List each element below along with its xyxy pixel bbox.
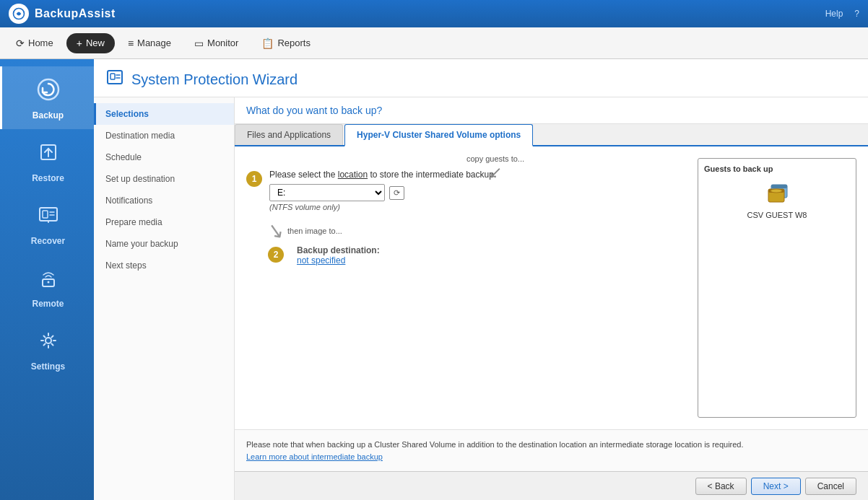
location-row: E: ⟳ [269,184,683,201]
step-notifications[interactable]: Notifications [94,190,234,211]
svg-point-11 [45,338,51,343]
down-arrow-icon: ↙ [266,217,286,243]
top-bar-right: Help ? [825,9,859,19]
backup-dest-label: Backup destination: [297,245,683,255]
guests-panel: Guests to back up [698,158,856,418]
sidebar: Backup Restore [0,59,94,500]
ntfs-note: (NTFS volume only) [269,203,683,211]
nav-bar: ⟳ Home + New ≡ Manage ▭ Monitor 📋 Report… [0,27,868,59]
wizard-header: System Protection Wizard [94,59,868,97]
step-name-your-backup[interactable]: Name your backup [94,233,234,255]
step-arrow-area: ↙ then image to... [268,219,683,242]
svg-rect-17 [771,185,787,188]
manage-icon: ≡ [128,38,134,49]
backup-dest-value-area: not specified [297,255,683,266]
svg-point-10 [47,281,49,284]
nav-monitor[interactable]: ▭ Monitor [184,33,248,53]
svg-point-20 [771,189,782,193]
step-destination-media[interactable]: Destination media [94,125,234,146]
sidebar-restore-label: Restore [32,173,64,183]
nav-monitor-label: Monitor [207,38,238,48]
tab-content: copy guests to... ↙ 1 Please select the … [235,146,868,429]
step1-block: 1 Please select the location to store th… [246,170,683,211]
nav-home-label: Home [28,38,53,48]
sidebar-item-restore[interactable]: Restore [0,129,94,192]
tab-files-apps[interactable]: Files and Applications [235,124,343,145]
nav-reports-label: Reports [277,38,311,48]
refresh-button[interactable]: ⟳ [389,186,404,200]
wizard-icon [105,68,124,91]
top-bar: BackupAssist Help ? [0,0,868,27]
monitor-icon: ▭ [194,38,204,49]
guest-icon [763,179,791,208]
content-area: System Protection Wizard Selections Dest… [94,59,868,500]
svg-rect-5 [43,211,48,218]
main-layout: Backup Restore [0,59,868,500]
steps-panel: Selections Destination media Schedule Se… [94,97,235,500]
question-bar: What do you want to back up? [235,97,868,124]
help-link[interactable]: Help [825,9,843,19]
step-schedule[interactable]: Schedule [94,146,234,168]
sidebar-item-remote[interactable]: Remote [0,255,94,317]
copy-arrow-icon: ↙ [489,163,502,182]
step-prepare-media[interactable]: Prepare media [94,211,234,233]
copy-guests-text: copy guests to... [466,154,524,163]
sidebar-backup-label: Backup [32,110,64,120]
then-image-label: then image to... [287,227,342,235]
svg-point-1 [38,79,58,100]
tab-hyper-v-csv[interactable]: Hyper-V Cluster Shared Volume options [344,124,533,146]
sidebar-item-backup[interactable]: Backup [0,66,94,129]
restore-icon [35,139,61,170]
step1-number: 1 [246,171,262,187]
sidebar-item-settings[interactable]: Settings [0,317,94,380]
backup-dest-value[interactable]: not specified [297,255,345,266]
nav-home[interactable]: ⟳ Home [6,33,64,53]
nav-manage[interactable]: ≡ Manage [118,33,181,53]
backup-dest-title: Backup destination: [297,245,380,255]
cancel-button[interactable]: Cancel [805,478,856,495]
learn-more-link[interactable]: Learn more about intermediate backup [246,452,383,461]
footer-bar: < Back Next > Cancel [235,471,868,500]
next-button[interactable]: Next > [751,478,801,495]
csv-left: copy guests to... ↙ 1 Please select the … [246,158,683,418]
guest-item-csv[interactable]: CSV GUEST W8 [704,179,850,219]
home-icon: ⟳ [16,38,25,49]
remote-icon [35,265,61,296]
step2-content: Backup destination: not specified [297,245,683,266]
copy-guests-label-area: copy guests to... ↙ [466,154,524,182]
sidebar-item-recover[interactable]: Recover [0,192,94,255]
nav-reports[interactable]: 📋 Reports [251,33,321,53]
help-icon[interactable]: ? [854,9,859,19]
nav-manage-label: Manage [137,38,171,48]
step-selections[interactable]: Selections [94,103,234,125]
app-logo-area: BackupAssist [9,4,116,24]
nav-new[interactable]: + New [66,33,115,53]
wizard-body: Selections Destination media Schedule Se… [94,97,868,500]
back-button[interactable]: < Back [695,478,747,495]
app-logo-icon [9,4,29,24]
app-name: BackupAssist [35,7,116,20]
sidebar-settings-label: Settings [31,361,65,372]
wizard-title: System Protection Wizard [131,71,298,88]
location-select[interactable]: E: [269,184,385,201]
reports-icon: 📋 [261,38,274,49]
sidebar-remote-label: Remote [32,299,64,309]
backup-icon [35,76,61,108]
wizard-question: What do you want to back up? [246,105,382,116]
note-area: Please note that when backing up a Clust… [235,429,868,471]
note-text: Please note that when backing up a Clust… [246,440,744,449]
guests-panel-title: Guests to back up [704,165,850,173]
right-panel: What do you want to back up? Files and A… [235,97,868,500]
step-next-steps[interactable]: Next steps [94,255,234,276]
step-set-up-destination[interactable]: Set up destination [94,168,234,190]
step1-location-link: location [338,170,368,180]
csv-layout: copy guests to... ↙ 1 Please select the … [246,158,856,418]
tabs-bar: Files and Applications Hyper-V Cluster S… [235,124,868,146]
svg-rect-13 [110,74,115,79]
nav-new-label: New [86,38,105,48]
step2-block: 2 Backup destination: not specified [268,245,683,266]
guest-name: CSV GUEST W8 [747,211,807,219]
step2-number: 2 [268,247,284,263]
settings-icon [35,328,61,359]
sidebar-recover-label: Recover [31,236,65,246]
